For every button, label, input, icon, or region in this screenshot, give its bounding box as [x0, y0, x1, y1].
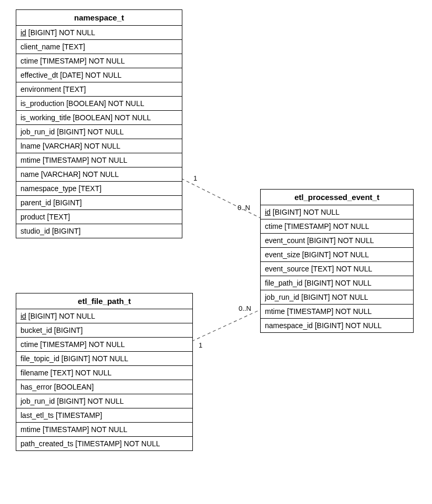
column-row: lname [VARCHAR] NOT NULL	[16, 139, 182, 153]
column-row: studio_id [BIGINT]	[16, 224, 182, 238]
entity-body: id [BIGINT] NOT NULLclient_name [TEXT]ct…	[16, 26, 182, 238]
entity-title: namespace_t	[16, 10, 182, 26]
entity-namespace_t: namespace_t id [BIGINT] NOT NULLclient_n…	[16, 9, 182, 238]
column-row: namespace_type [TEXT]	[16, 182, 182, 196]
column-row: parent_id [BIGINT]	[16, 196, 182, 210]
column-row: mtime [TIMESTAMP] NOT NULL	[16, 153, 182, 167]
entity-etl_processed_event_t: etl_processed_event_t id [BIGINT] NOT NU…	[260, 189, 414, 333]
column-row: product [TEXT]	[16, 210, 182, 224]
column-row: event_count [BIGINT] NOT NULL	[261, 234, 413, 248]
cardinality-label: 1	[199, 341, 202, 349]
column-row: ctime [TIMESTAMP] NOT NULL	[261, 219, 413, 234]
entity-body: id [BIGINT] NOT NULLctime [TIMESTAMP] NO…	[261, 205, 413, 332]
column-row: client_name [TEXT]	[16, 40, 182, 54]
column-row: mtime [TIMESTAMP] NOT NULL	[261, 304, 413, 319]
column-row: job_run_id [BIGINT] NOT NULL	[16, 394, 192, 408]
column-row: event_size [BIGINT] NOT NULL	[261, 248, 413, 262]
svg-line-0	[181, 178, 260, 218]
column-row: ctime [TIMESTAMP] NOT NULL	[16, 54, 182, 68]
entity-title: etl_processed_event_t	[261, 190, 413, 205]
entity-body: id [BIGINT] NOT NULLbucket_id [BIGINT]ct…	[16, 309, 192, 450]
column-row: environment [TEXT]	[16, 82, 182, 97]
column-row: id [BIGINT] NOT NULL	[16, 309, 192, 323]
column-row: job_run_id [BIGINT] NOT NULL	[16, 125, 182, 139]
cardinality-label: 0..N	[238, 204, 250, 212]
column-row: ctime [TIMESTAMP] NOT NULL	[16, 338, 192, 352]
entity-etl_file_path_t: etl_file_path_t id [BIGINT] NOT NULLbuck…	[16, 293, 193, 451]
column-row: bucket_id [BIGINT]	[16, 323, 192, 338]
cardinality-label: 0..N	[239, 304, 251, 312]
column-row: mtime [TIMESTAMP] NOT NULL	[16, 423, 192, 437]
column-row: is_production [BOOLEAN] NOT NULL	[16, 97, 182, 111]
column-row: id [BIGINT] NOT NULL	[16, 26, 182, 40]
column-row: event_source [TEXT] NOT NULL	[261, 262, 413, 276]
column-row: effective_dt [DATE] NOT NULL	[16, 68, 182, 82]
column-row: name [VARCHAR] NOT NULL	[16, 167, 182, 182]
column-row: last_etl_ts [TIMESTAMP]	[16, 408, 192, 423]
column-row: has_error [BOOLEAN]	[16, 380, 192, 394]
svg-line-1	[192, 310, 260, 341]
column-row: path_created_ts [TIMESTAMP] NOT NULL	[16, 437, 192, 450]
cardinality-label: 1	[193, 174, 197, 182]
column-row: id [BIGINT] NOT NULL	[261, 205, 413, 219]
column-row: namespace_id [BIGINT] NOT NULL	[261, 319, 413, 332]
column-row: filename [TEXT] NOT NULL	[16, 366, 192, 380]
entity-title: etl_file_path_t	[16, 293, 192, 309]
column-row: file_path_id [BIGINT] NOT NULL	[261, 276, 413, 290]
column-row: file_topic_id [BIGINT] NOT NULL	[16, 352, 192, 366]
column-row: job_run_id [BIGINT] NOT NULL	[261, 290, 413, 304]
column-row: is_working_title [BOOLEAN] NOT NULL	[16, 111, 182, 125]
